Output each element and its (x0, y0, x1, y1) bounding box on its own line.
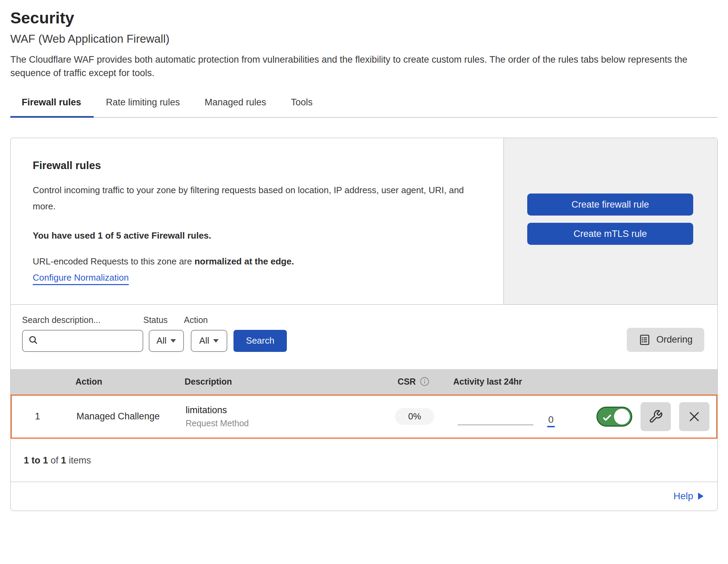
page-subtitle: WAF (Web Application Firewall) (10, 32, 718, 46)
rule-action: Managed Challenge (63, 411, 177, 422)
status-label: Status (143, 315, 184, 325)
page-description: The Cloudflare WAF provides both automat… (10, 53, 718, 80)
filter-bar: Search description... Status (11, 305, 717, 369)
actions-panel: Create firewall rule Create mTLS rule (503, 138, 717, 304)
action-label: Action (184, 315, 227, 325)
caret-right-icon (698, 492, 704, 500)
check-icon (602, 412, 613, 423)
header-activity: Activity last 24hr (445, 369, 565, 395)
chevron-down-icon (170, 339, 176, 343)
create-mtls-rule-button[interactable]: Create mTLS rule (527, 223, 693, 245)
create-firewall-rule-button[interactable]: Create firewall rule (527, 194, 693, 216)
rule-description-sub: Request Method (186, 418, 384, 428)
firewall-rules-card: Firewall rules Control incoming traffic … (10, 138, 718, 511)
ordering-button[interactable]: Ordering (627, 328, 704, 352)
normalization-note-bold: normalized at the edge. (195, 256, 294, 267)
firewall-rules-info: Firewall rules Control incoming traffic … (11, 138, 503, 304)
rule-activity-cell: 0 (446, 396, 566, 438)
ordering-button-label: Ordering (656, 334, 693, 345)
tab-rate-limiting-rules[interactable]: Rate limiting rules (94, 91, 193, 118)
tab-label: Tools (291, 97, 313, 107)
normalization-note: URL-encoded Requests to this zone are no… (33, 256, 483, 267)
tab-label: Rate limiting rules (106, 97, 180, 107)
tabs-bar: Firewall rules Rate limiting rules Manag… (10, 91, 718, 118)
table-row: 1 Managed Challenge limitations Request … (11, 395, 717, 439)
section-heading: Firewall rules (33, 159, 483, 172)
pagination-of: of (51, 455, 59, 466)
rule-controls (566, 402, 716, 431)
header-description: Description (176, 377, 383, 387)
header-activity-label: Activity last 24hr (453, 377, 522, 387)
activity-sparkline (458, 425, 533, 425)
table-header-row: Action Description CSR Activity last 24h… (11, 369, 717, 395)
action-select-value: All (199, 335, 209, 346)
help-link[interactable]: Help (673, 491, 704, 502)
help-link-label: Help (673, 491, 693, 502)
edit-rule-button[interactable] (641, 402, 671, 431)
section-description: Control incoming traffic to your zone by… (33, 182, 483, 215)
rule-description-cell: limitations Request Method (177, 405, 384, 428)
pagination-range: 1 to 1 (24, 455, 48, 466)
close-icon (687, 410, 701, 424)
csr-badge: 0% (395, 408, 434, 425)
configure-normalization-link[interactable]: Configure Normalization (33, 272, 129, 285)
firewall-rules-summary-section: Firewall rules Control incoming traffic … (11, 138, 717, 305)
search-label: Search description... (22, 315, 143, 325)
toggle-knob (614, 409, 630, 425)
status-select-value: All (157, 335, 167, 346)
wrench-icon (648, 409, 663, 424)
header-action: Action (62, 377, 176, 387)
search-input-wrapper (22, 330, 143, 352)
rule-csr-cell: 0% (384, 408, 446, 425)
tab-tools[interactable]: Tools (279, 91, 325, 118)
pagination-items: items (69, 455, 91, 466)
rules-usage-text: You have used 1 of 5 active Firewall rul… (33, 230, 483, 241)
card-footer: Help (11, 482, 717, 511)
pagination-total: 1 (61, 455, 66, 466)
search-icon (28, 335, 39, 347)
tab-firewall-rules[interactable]: Firewall rules (10, 91, 94, 118)
tab-label: Managed rules (205, 97, 266, 107)
header-csr-label: CSR (398, 377, 416, 387)
info-icon[interactable] (420, 377, 429, 387)
tab-label: Firewall rules (22, 97, 81, 107)
normalization-note-prefix: URL-encoded Requests to this zone are (33, 256, 195, 267)
pagination-status: 1 to 1 of 1 items (11, 439, 717, 482)
rule-description[interactable]: limitations (186, 405, 384, 416)
rule-priority: 1 (12, 411, 63, 422)
rule-enabled-toggle[interactable] (596, 407, 632, 427)
status-select[interactable]: All (149, 330, 184, 352)
list-document-icon (638, 334, 651, 346)
header-csr: CSR (383, 377, 445, 387)
action-select[interactable]: All (191, 330, 227, 352)
search-input[interactable] (43, 335, 155, 346)
page-title: Security (10, 8, 718, 28)
security-waf-page: Security WAF (Web Application Firewall) … (0, 0, 728, 511)
tab-managed-rules[interactable]: Managed rules (192, 91, 279, 118)
search-button[interactable]: Search (233, 330, 287, 352)
chevron-down-icon (213, 339, 219, 343)
delete-rule-button[interactable] (679, 402, 709, 431)
activity-count-link[interactable]: 0 (547, 415, 555, 427)
